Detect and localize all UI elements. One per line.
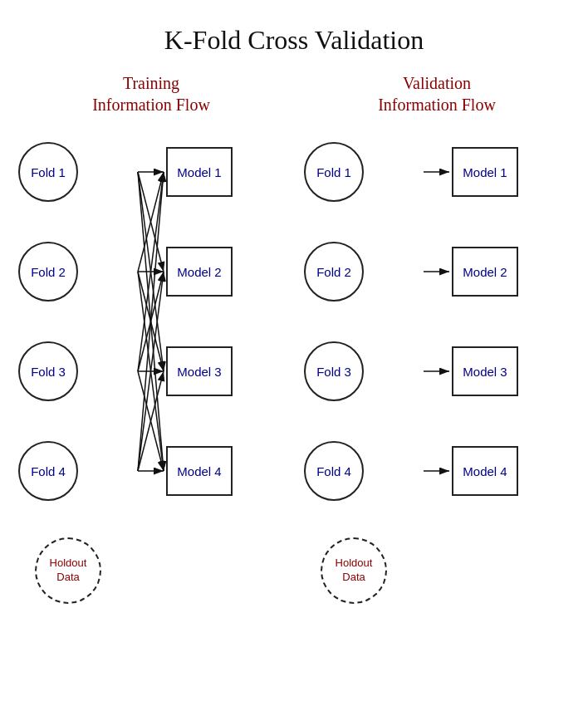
- training-fold-2: Fold 2: [18, 242, 78, 302]
- training-model-4: Model 4: [166, 446, 233, 496]
- validation-fold-1: Fold 1: [304, 142, 364, 202]
- training-fold-3: Fold 3: [18, 341, 78, 401]
- training-section: Training Information Flow: [8, 72, 294, 612]
- training-model-1: Model 1: [166, 147, 233, 197]
- validation-holdout: HoldoutData: [321, 537, 387, 604]
- validation-model-4: Model 4: [452, 446, 518, 496]
- training-holdout: HoldoutData: [35, 537, 101, 604]
- training-fold-4: Fold 4: [18, 441, 78, 501]
- validation-diagram: Fold 1 Fold 2 Fold 3 Fold 4 Model 1 Mode…: [304, 130, 570, 612]
- validation-fold-2: Fold 2: [304, 242, 364, 302]
- validation-fold-4: Fold 4: [304, 441, 364, 501]
- validation-section-title: Validation Information Flow: [378, 72, 496, 115]
- main-container: Training Information Flow: [0, 72, 588, 612]
- validation-model-3: Model 3: [452, 346, 518, 396]
- validation-fold-3: Fold 3: [304, 341, 364, 401]
- validation-section: Validation Information Flow: [294, 72, 580, 612]
- training-diagram: Fold 1 Fold 2 Fold 3 Fold 4 Model 1 Mode…: [18, 130, 284, 612]
- training-fold-1: Fold 1: [18, 142, 78, 202]
- training-model-2: Model 2: [166, 247, 233, 297]
- page-title: K-Fold Cross Validation: [0, 0, 588, 72]
- validation-model-2: Model 2: [452, 247, 518, 297]
- training-section-title: Training Information Flow: [92, 72, 210, 115]
- validation-model-1: Model 1: [452, 147, 518, 197]
- training-model-3: Model 3: [166, 346, 233, 396]
